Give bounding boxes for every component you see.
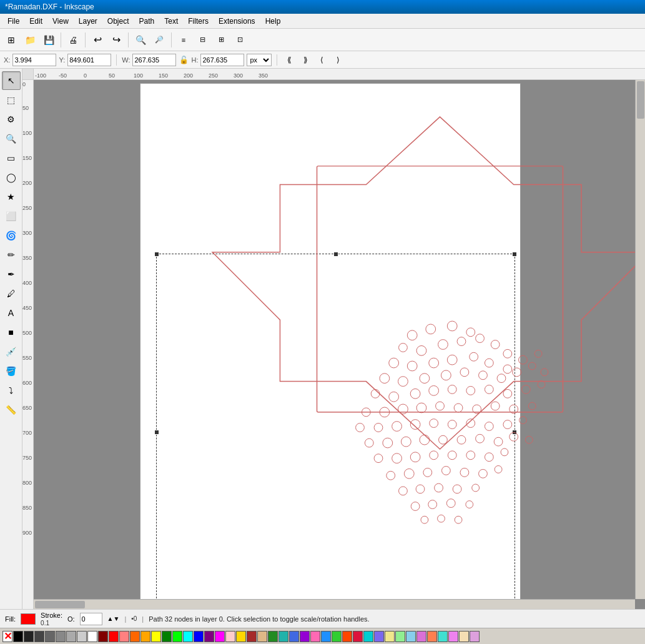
color-swatch-brown[interactable] <box>247 631 257 642</box>
color-swatch-tan[interactable] <box>257 631 267 642</box>
opacity-stepper[interactable]: ▲▼ <box>107 615 120 622</box>
color-swatch-dodger-blue[interactable] <box>321 631 331 642</box>
color-swatch-magenta[interactable] <box>215 631 225 642</box>
menu-filters[interactable]: Filters <box>183 14 214 28</box>
tool-pencil[interactable]: ✏ <box>2 245 21 264</box>
y-input[interactable] <box>67 54 111 66</box>
color-swatch-gray5[interactable] <box>77 631 87 642</box>
tb-group[interactable]: ⊞ <box>212 31 230 49</box>
color-swatch-black[interactable] <box>13 631 23 642</box>
color-swatch-green[interactable] <box>172 631 182 642</box>
tool-gradient[interactable]: ■ <box>2 323 21 342</box>
tb-undo[interactable]: ↩ <box>89 31 106 49</box>
x-input[interactable] <box>12 54 56 66</box>
snap-btn-3[interactable]: ⟨ <box>315 53 328 67</box>
color-swatch-cyan[interactable] <box>183 631 193 642</box>
color-swatch-yellow[interactable] <box>151 631 161 642</box>
tb-new[interactable]: ⊞ <box>2 31 20 49</box>
tool-star[interactable]: ★ <box>2 187 21 206</box>
tb-print[interactable]: 🖨 <box>64 31 82 49</box>
color-swatch-dark-turquoise[interactable] <box>363 631 373 642</box>
tool-tweak[interactable]: ⚙ <box>2 110 21 129</box>
color-swatch-orange[interactable] <box>140 631 150 642</box>
menu-layer[interactable]: Layer <box>74 14 102 28</box>
vscroll-thumb[interactable] <box>637 81 644 119</box>
color-swatch-red-light[interactable] <box>119 631 129 642</box>
color-swatch-violet2[interactable] <box>448 631 458 642</box>
color-swatch-royal-blue[interactable] <box>289 631 299 642</box>
drawing-canvas[interactable] <box>34 80 645 609</box>
color-swatch-gold[interactable] <box>236 631 246 642</box>
menu-file[interactable]: File <box>2 14 24 28</box>
tb-align[interactable]: ≡ <box>175 31 192 49</box>
color-swatch-blue[interactable] <box>194 631 204 642</box>
color-swatch-sky-blue[interactable] <box>406 631 416 642</box>
tb-zoom-out[interactable]: 🔎 <box>150 31 168 49</box>
tool-node[interactable]: ⬚ <box>2 91 21 109</box>
snap-btn-4[interactable]: ⟩ <box>331 53 345 67</box>
opacity-input[interactable] <box>80 613 102 625</box>
tool-rect[interactable]: ▭ <box>2 149 21 167</box>
color-swatch-orange-dark[interactable] <box>130 631 140 642</box>
tool-circle[interactable]: ◯ <box>2 168 21 187</box>
w-input[interactable] <box>132 54 176 66</box>
color-swatch-slate-blue[interactable] <box>374 631 384 642</box>
fill-color-box[interactable] <box>21 613 36 625</box>
color-swatch-light-green[interactable] <box>395 631 405 642</box>
menu-object[interactable]: Object <box>102 14 134 28</box>
color-swatch-hot-pink[interactable] <box>310 631 320 642</box>
color-swatch-purple[interactable] <box>204 631 214 642</box>
color-swatch-red[interactable] <box>109 631 119 642</box>
color-swatch-turquoise[interactable] <box>438 631 448 642</box>
unit-select[interactable]: px mm cm in <box>247 54 272 66</box>
hscrollbar[interactable] <box>34 599 635 609</box>
menu-help[interactable]: Help <box>260 14 286 28</box>
tool-3d[interactable]: ⬜ <box>2 207 21 225</box>
tool-dropper[interactable]: 💉 <box>2 342 21 361</box>
color-swatch-forest[interactable] <box>268 631 278 642</box>
h-input[interactable] <box>200 54 244 66</box>
color-swatch-green-dark[interactable] <box>162 631 172 642</box>
menu-text[interactable]: Text <box>159 14 183 28</box>
color-swatch-orchid[interactable] <box>416 631 426 642</box>
vscrollbar[interactable] <box>635 80 645 599</box>
tool-select[interactable]: ↖ <box>2 71 21 90</box>
color-swatch-plum[interactable] <box>470 631 480 642</box>
menu-path[interactable]: Path <box>134 14 160 28</box>
lock-proportions-icon[interactable]: 🔓 <box>179 55 189 65</box>
tb-zoom-in[interactable]: 🔍 <box>132 31 149 49</box>
color-swatch-gray2[interactable] <box>45 631 55 642</box>
snap-btn-2[interactable]: ⟫ <box>298 53 312 67</box>
color-swatch-wheat[interactable] <box>459 631 469 642</box>
tb-distribute[interactable]: ⊟ <box>194 31 211 49</box>
tool-paint[interactable]: 🪣 <box>2 362 21 380</box>
tb-open[interactable]: 📁 <box>21 31 39 49</box>
tool-pen[interactable]: ✒ <box>2 265 21 284</box>
hscroll-thumb[interactable] <box>35 601 85 608</box>
color-swatch-darkgray[interactable] <box>24 631 34 642</box>
color-swatch-red-dark[interactable] <box>98 631 108 642</box>
tool-text[interactable]: A <box>2 304 21 322</box>
color-swatch-gray3[interactable] <box>56 631 66 642</box>
tool-measure[interactable]: 📏 <box>2 400 21 419</box>
color-swatch-lime[interactable] <box>332 631 342 642</box>
menu-edit[interactable]: Edit <box>24 14 47 28</box>
tb-ungroup[interactable]: ⊡ <box>231 31 249 49</box>
snap-btn-1[interactable]: ⟪ <box>282 53 296 67</box>
menu-extensions[interactable]: Extensions <box>214 14 260 28</box>
color-swatch-gray4[interactable] <box>66 631 76 642</box>
color-swatch-pink[interactable] <box>225 631 235 642</box>
color-swatch-teal[interactable] <box>278 631 288 642</box>
color-swatch-khaki[interactable] <box>385 631 395 642</box>
tb-redo[interactable]: ↪ <box>107 31 125 49</box>
tb-save[interactable]: 💾 <box>40 31 57 49</box>
tool-connector[interactable]: ⤵ <box>2 381 21 400</box>
color-swatch-gray1[interactable] <box>34 631 44 642</box>
color-swatch-violet[interactable] <box>300 631 310 642</box>
menu-view[interactable]: View <box>47 14 74 28</box>
color-swatch-white[interactable] <box>87 631 97 642</box>
color-swatch-coral[interactable] <box>427 631 437 642</box>
color-none[interactable]: ✕ <box>2 631 12 642</box>
tool-zoom[interactable]: 🔍 <box>2 129 21 148</box>
tool-spiral[interactable]: 🌀 <box>2 226 21 245</box>
